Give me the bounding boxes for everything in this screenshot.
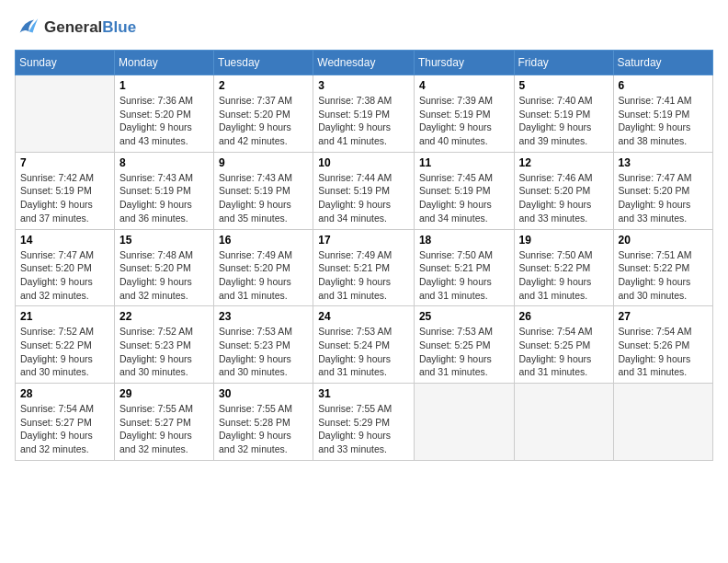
weekday-header: Friday — [514, 51, 613, 75]
day-number: 9 — [219, 156, 308, 169]
day-info: Sunrise: 7:53 AM Sunset: 5:25 PM Dayligh… — [419, 325, 509, 379]
calendar-day: 31 Sunrise: 7:55 AM Sunset: 5:29 PM Dayl… — [313, 384, 415, 461]
day-number: 22 — [119, 310, 209, 323]
calendar-week: 7 Sunrise: 7:42 AM Sunset: 5:19 PM Dayli… — [16, 152, 713, 229]
day-info: Sunrise: 7:55 AM Sunset: 5:27 PM Dayligh… — [119, 402, 209, 456]
calendar-day — [613, 384, 712, 461]
day-number: 23 — [219, 310, 308, 323]
day-number: 7 — [20, 156, 109, 169]
calendar-day: 21 Sunrise: 7:52 AM Sunset: 5:22 PM Dayl… — [16, 306, 115, 384]
day-number: 5 — [519, 79, 609, 92]
logo-icon — [15, 15, 40, 40]
calendar-day: 14 Sunrise: 7:47 AM Sunset: 5:20 PM Dayl… — [16, 229, 115, 306]
day-info: Sunrise: 7:52 AM Sunset: 5:23 PM Dayligh… — [119, 325, 209, 379]
day-number: 31 — [318, 387, 409, 400]
day-info: Sunrise: 7:45 AM Sunset: 5:19 PM Dayligh… — [419, 171, 509, 225]
page-header: GeneralBlue — [15, 15, 713, 40]
day-info: Sunrise: 7:55 AM Sunset: 5:28 PM Dayligh… — [219, 402, 308, 456]
day-info: Sunrise: 7:53 AM Sunset: 5:23 PM Dayligh… — [219, 325, 308, 379]
calendar-day: 22 Sunrise: 7:52 AM Sunset: 5:23 PM Dayl… — [115, 306, 214, 384]
calendar-day: 15 Sunrise: 7:48 AM Sunset: 5:20 PM Dayl… — [115, 229, 214, 306]
calendar-day: 26 Sunrise: 7:54 AM Sunset: 5:25 PM Dayl… — [514, 306, 613, 384]
day-number: 21 — [20, 310, 109, 323]
day-info: Sunrise: 7:46 AM Sunset: 5:20 PM Dayligh… — [519, 171, 609, 225]
day-number: 6 — [619, 79, 708, 92]
calendar-day: 24 Sunrise: 7:53 AM Sunset: 5:24 PM Dayl… — [313, 306, 415, 384]
day-info: Sunrise: 7:52 AM Sunset: 5:22 PM Dayligh… — [20, 325, 109, 379]
calendar-header: SundayMondayTuesdayWednesdayThursdayFrid… — [16, 51, 713, 75]
calendar-day: 8 Sunrise: 7:43 AM Sunset: 5:19 PM Dayli… — [115, 152, 214, 229]
calendar-day: 9 Sunrise: 7:43 AM Sunset: 5:19 PM Dayli… — [214, 152, 313, 229]
day-number: 29 — [119, 387, 209, 400]
day-number: 25 — [419, 310, 509, 323]
calendar-week: 21 Sunrise: 7:52 AM Sunset: 5:22 PM Dayl… — [16, 306, 713, 384]
day-info: Sunrise: 7:51 AM Sunset: 5:22 PM Dayligh… — [619, 248, 708, 303]
day-info: Sunrise: 7:37 AM Sunset: 5:20 PM Dayligh… — [219, 94, 308, 148]
calendar-day — [514, 384, 613, 461]
weekday-header: Sunday — [16, 51, 115, 75]
logo-text: GeneralBlue — [44, 18, 136, 37]
calendar-day: 30 Sunrise: 7:55 AM Sunset: 5:28 PM Dayl… — [214, 384, 313, 461]
weekday-header: Monday — [115, 51, 214, 75]
calendar-day — [414, 384, 514, 461]
calendar-day: 27 Sunrise: 7:54 AM Sunset: 5:26 PM Dayl… — [613, 306, 712, 384]
calendar-day: 25 Sunrise: 7:53 AM Sunset: 5:25 PM Dayl… — [414, 306, 514, 384]
day-number: 17 — [318, 234, 409, 247]
calendar-day: 11 Sunrise: 7:45 AM Sunset: 5:19 PM Dayl… — [414, 152, 514, 229]
day-info: Sunrise: 7:54 AM Sunset: 5:27 PM Dayligh… — [20, 402, 109, 456]
calendar-day: 10 Sunrise: 7:44 AM Sunset: 5:19 PM Dayl… — [313, 152, 415, 229]
calendar-day: 12 Sunrise: 7:46 AM Sunset: 5:20 PM Dayl… — [514, 152, 613, 229]
day-number: 11 — [419, 156, 509, 169]
day-info: Sunrise: 7:47 AM Sunset: 5:20 PM Dayligh… — [20, 248, 109, 303]
day-info: Sunrise: 7:50 AM Sunset: 5:22 PM Dayligh… — [519, 248, 609, 303]
day-info: Sunrise: 7:53 AM Sunset: 5:24 PM Dayligh… — [318, 325, 409, 379]
day-info: Sunrise: 7:55 AM Sunset: 5:29 PM Dayligh… — [318, 402, 409, 456]
calendar-day: 17 Sunrise: 7:49 AM Sunset: 5:21 PM Dayl… — [313, 229, 415, 306]
day-number: 2 — [219, 79, 308, 92]
day-info: Sunrise: 7:54 AM Sunset: 5:25 PM Dayligh… — [519, 325, 609, 379]
calendar-day: 5 Sunrise: 7:40 AM Sunset: 5:19 PM Dayli… — [514, 75, 613, 153]
calendar-day: 3 Sunrise: 7:38 AM Sunset: 5:19 PM Dayli… — [313, 75, 415, 153]
day-info: Sunrise: 7:49 AM Sunset: 5:20 PM Dayligh… — [219, 248, 308, 303]
day-info: Sunrise: 7:41 AM Sunset: 5:19 PM Dayligh… — [619, 94, 708, 148]
day-info: Sunrise: 7:38 AM Sunset: 5:19 PM Dayligh… — [318, 94, 409, 148]
day-info: Sunrise: 7:50 AM Sunset: 5:21 PM Dayligh… — [419, 248, 509, 303]
day-number: 30 — [219, 387, 308, 400]
day-number: 20 — [619, 234, 708, 247]
day-info: Sunrise: 7:54 AM Sunset: 5:26 PM Dayligh… — [619, 325, 708, 379]
day-number: 3 — [318, 79, 409, 92]
calendar-day: 7 Sunrise: 7:42 AM Sunset: 5:19 PM Dayli… — [16, 152, 115, 229]
day-info: Sunrise: 7:43 AM Sunset: 5:19 PM Dayligh… — [119, 171, 209, 225]
calendar-day: 18 Sunrise: 7:50 AM Sunset: 5:21 PM Dayl… — [414, 229, 514, 306]
day-number: 13 — [619, 156, 708, 169]
calendar-day: 23 Sunrise: 7:53 AM Sunset: 5:23 PM Dayl… — [214, 306, 313, 384]
day-number: 28 — [20, 387, 109, 400]
weekday-header: Tuesday — [214, 51, 313, 75]
calendar-week: 1 Sunrise: 7:36 AM Sunset: 5:20 PM Dayli… — [16, 75, 713, 153]
calendar-day: 16 Sunrise: 7:49 AM Sunset: 5:20 PM Dayl… — [214, 229, 313, 306]
calendar-table: SundayMondayTuesdayWednesdayThursdayFrid… — [15, 50, 713, 461]
day-number: 1 — [119, 79, 209, 92]
day-info: Sunrise: 7:36 AM Sunset: 5:20 PM Dayligh… — [119, 94, 209, 148]
calendar-day: 13 Sunrise: 7:47 AM Sunset: 5:20 PM Dayl… — [613, 152, 712, 229]
calendar-week: 28 Sunrise: 7:54 AM Sunset: 5:27 PM Dayl… — [16, 384, 713, 461]
day-info: Sunrise: 7:44 AM Sunset: 5:19 PM Dayligh… — [318, 171, 409, 225]
day-number: 10 — [318, 156, 409, 169]
calendar-day — [16, 75, 115, 153]
day-info: Sunrise: 7:47 AM Sunset: 5:20 PM Dayligh… — [619, 171, 708, 225]
calendar-day: 2 Sunrise: 7:37 AM Sunset: 5:20 PM Dayli… — [214, 75, 313, 153]
weekday-header: Saturday — [613, 51, 712, 75]
day-number: 8 — [119, 156, 209, 169]
calendar-day: 28 Sunrise: 7:54 AM Sunset: 5:27 PM Dayl… — [16, 384, 115, 461]
calendar-day: 20 Sunrise: 7:51 AM Sunset: 5:22 PM Dayl… — [613, 229, 712, 306]
calendar-day: 29 Sunrise: 7:55 AM Sunset: 5:27 PM Dayl… — [115, 384, 214, 461]
calendar-day: 6 Sunrise: 7:41 AM Sunset: 5:19 PM Dayli… — [613, 75, 712, 153]
weekday-header: Thursday — [414, 51, 514, 75]
day-number: 27 — [619, 310, 708, 323]
day-info: Sunrise: 7:43 AM Sunset: 5:19 PM Dayligh… — [219, 171, 308, 225]
calendar-day: 19 Sunrise: 7:50 AM Sunset: 5:22 PM Dayl… — [514, 229, 613, 306]
day-number: 18 — [419, 234, 509, 247]
day-number: 4 — [419, 79, 509, 92]
weekday-header: Wednesday — [313, 51, 415, 75]
calendar-week: 14 Sunrise: 7:47 AM Sunset: 5:20 PM Dayl… — [16, 229, 713, 306]
